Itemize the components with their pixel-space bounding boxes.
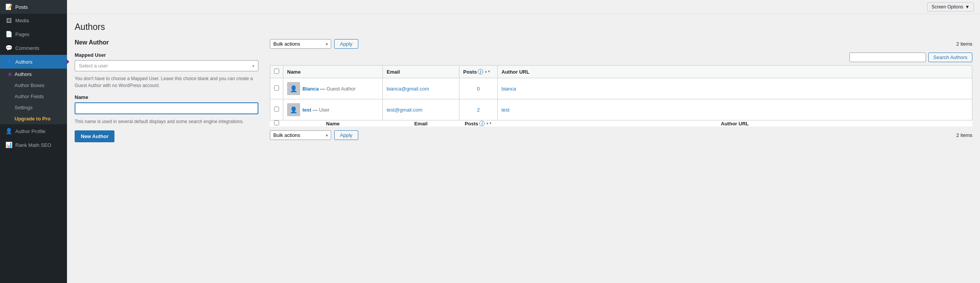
author-posts-link[interactable]: 0: [477, 86, 480, 92]
author-role-separator: —: [313, 107, 319, 113]
sidebar-item-label: Media: [15, 18, 29, 23]
author-email-link[interactable]: bianca@gmail.com: [387, 86, 429, 92]
author-avatar: 👤: [287, 82, 300, 95]
submenu-label: Author Boxes: [15, 82, 44, 88]
row-checkbox[interactable]: [274, 107, 279, 112]
mapped-user-helper: You don't have to choose a Mapped User. …: [75, 75, 258, 89]
submenu-label: Upgrade to Pro: [15, 116, 51, 122]
posts-icon: 📝: [5, 3, 12, 10]
submenu-label: Authors: [15, 71, 32, 77]
author-role: Guest Author: [327, 86, 356, 92]
bottom-bulk-wrap: Bulk actions Apply: [270, 130, 358, 140]
mapped-user-select[interactable]: Select a user: [75, 60, 258, 71]
author-role-separator: —: [320, 86, 327, 92]
posts-label: Posts: [463, 69, 477, 75]
col-header-name: Name: [283, 66, 383, 78]
authors-sub-arrow: [8, 72, 10, 76]
author-name-anchor[interactable]: Bianca: [302, 86, 319, 92]
screen-options-label: Screen Options: [931, 4, 963, 10]
row-posts: 2: [459, 99, 498, 120]
author-url-link[interactable]: bianca: [501, 86, 516, 92]
posts-info-icon[interactable]: i: [478, 69, 483, 74]
sidebar-item-label: Posts: [15, 4, 28, 10]
author-role: User: [319, 107, 329, 113]
table-row: 👤 test — User test@gmail.com: [270, 99, 972, 120]
authors-table-panel: Bulk actions Apply 2 items Search Author…: [270, 39, 972, 140]
author-profile-icon: 👤: [5, 128, 12, 135]
bottom-table-controls: Bulk actions Apply 2 items: [270, 130, 972, 140]
submenu-item-author-fields[interactable]: Author Fields: [0, 91, 67, 102]
posts-sort-arrows[interactable]: ▲▼: [484, 70, 490, 73]
sidebar-item-label: Pages: [15, 31, 29, 37]
select-all-checkbox[interactable]: [274, 69, 279, 74]
footer-col-posts: Posts i ▲▼: [459, 120, 498, 127]
col-header-url: Author URL: [498, 66, 972, 78]
row-checkbox[interactable]: [274, 86, 279, 90]
row-email: bianca@gmail.com: [383, 78, 459, 99]
posts-sort-wrap: Posts i ▲▼: [463, 69, 490, 75]
author-posts-link[interactable]: 2: [477, 107, 480, 113]
content-columns: New Author Mapped User Select a user ▾ Y…: [75, 39, 972, 142]
author-url-link[interactable]: test: [501, 107, 510, 113]
new-author-button[interactable]: New Author: [75, 130, 114, 142]
submenu-item-author-boxes[interactable]: Author Boxes: [0, 80, 67, 91]
footer-col-cb: [270, 120, 283, 127]
row-cb: [270, 78, 283, 99]
sidebar-item-posts[interactable]: 📝 Posts: [0, 0, 67, 14]
sidebar-item-author-profile[interactable]: 👤 Author Profile: [0, 124, 67, 138]
footer-posts-info-icon[interactable]: i: [479, 121, 485, 126]
row-url: test: [498, 99, 972, 120]
top-bulk-select[interactable]: Bulk actions: [270, 39, 331, 49]
new-author-heading: New Author: [75, 39, 258, 46]
author-name-link: test — User: [302, 107, 330, 113]
author-name-link: Bianca — Guest Author: [302, 86, 356, 92]
sidebar-item-rank-math[interactable]: 📊 Rank Math SEO: [0, 138, 67, 152]
search-row: Search Authors: [270, 53, 972, 62]
topbar: Screen Options ▼: [67, 0, 980, 14]
row-posts: 0: [459, 78, 498, 99]
row-name-cell: 👤 Bianca — Guest Author: [283, 78, 383, 99]
bottom-items-count: 2 items: [956, 132, 972, 138]
submenu-item-authors[interactable]: Authors: [0, 69, 67, 80]
sidebar-item-media[interactable]: 🖼 Media: [0, 14, 67, 27]
search-input[interactable]: [849, 53, 926, 62]
row-cb: [270, 99, 283, 120]
author-email-link[interactable]: test@gmail.com: [387, 107, 422, 113]
footer-posts-sort-wrap: Posts i ▲▼: [465, 121, 492, 127]
sidebar-item-label: Comments: [15, 45, 39, 51]
author-avatar: 👤: [287, 103, 300, 116]
media-icon: 🖼: [5, 17, 12, 24]
bottom-bulk-select[interactable]: Bulk actions: [270, 130, 331, 140]
author-name-anchor[interactable]: test: [302, 107, 311, 113]
sidebar-item-pages[interactable]: 📄 Pages: [0, 27, 67, 41]
screen-options-button[interactable]: Screen Options ▼: [927, 2, 974, 12]
top-items-count: 2 items: [956, 41, 972, 47]
bottom-apply-button[interactable]: Apply: [334, 130, 358, 140]
authors-arrow-indicator: [67, 59, 69, 64]
top-apply-button[interactable]: Apply: [334, 39, 358, 49]
submenu-item-upgrade[interactable]: Upgrade to Pro: [0, 113, 67, 124]
submenu-item-settings[interactable]: Settings: [0, 102, 67, 113]
table-row: 👤 Bianca — Guest Author bianca@gmail: [270, 78, 972, 99]
mapped-user-select-wrapper: Select a user ▾: [75, 60, 258, 71]
name-input[interactable]: [75, 102, 258, 114]
footer-col-url: Author URL: [498, 120, 972, 127]
sidebar-item-authors[interactable]: 👤 Authors: [0, 55, 67, 69]
col-header-posts: Posts i ▲▼: [459, 66, 498, 78]
name-cell-wrap: 👤 test — User: [287, 103, 379, 116]
footer-posts-sort-arrows[interactable]: ▲▼: [486, 122, 492, 125]
footer-posts-label: Posts: [465, 121, 478, 127]
top-table-controls: Bulk actions Apply 2 items: [270, 39, 972, 49]
sidebar-item-label: Author Profile: [15, 128, 46, 134]
pages-icon: 📄: [5, 31, 12, 38]
authors-table: Name Email Posts i ▲▼ Author URL: [270, 65, 972, 127]
screen-options-chevron: ▼: [965, 4, 970, 10]
row-name-cell: 👤 test — User: [283, 99, 383, 120]
col-header-email: Email: [383, 66, 459, 78]
sidebar-item-comments[interactable]: 💬 Comments: [0, 41, 67, 55]
col-header-cb: [270, 66, 283, 78]
content-area: Authors New Author Mapped User Select a …: [67, 14, 980, 283]
footer-select-all[interactable]: [274, 120, 279, 125]
search-button[interactable]: Search Authors: [928, 53, 972, 62]
sidebar-item-label: Rank Math SEO: [15, 142, 51, 148]
